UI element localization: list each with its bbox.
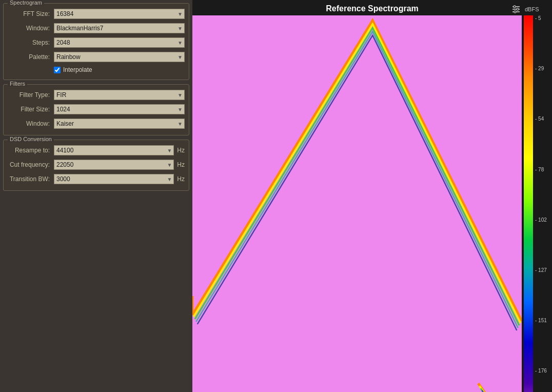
scale-label-176: - 176 [535,368,547,374]
dsd-conversion-title: DSD Conversion [8,136,54,142]
scale-label-54: - 54 [535,116,547,122]
filter-type-row: Filter Type: FIR IIR None ▼ [8,90,185,100]
filter-size-select[interactable]: 1024 256 512 2048 [54,104,185,114]
window-row: Window: BlackmanHarris7 Hann Blackman Ka… [8,23,185,33]
cut-freq-label: Cut frequency: [8,161,54,168]
resample-row: Resampe to: 44100 48000 88200 96000 ▼ Hz [8,145,185,155]
right-panel: Reference Spectrogram 21.5k 18.8k 16.1k … [192,0,552,392]
interpolate-row: Interpolate [54,66,185,73]
chart-canvas[interactable] [192,15,522,392]
scale-label-78: - 78 [535,167,547,172]
filter-size-select-wrapper: 1024 256 512 2048 ▼ [54,104,185,114]
filter-window-row: Window: Kaiser Hann Blackman Rectangular… [8,119,185,129]
filter-type-label: Filter Type: [8,91,54,99]
scale-label-127: - 127 [535,267,547,273]
color-scale: dBFS [524,15,552,392]
filter-type-select-wrapper: FIR IIR None ▼ [54,90,185,100]
steps-row: Steps: 2048 512 1024 4096 ▼ [8,37,185,48]
transition-bw-select[interactable]: 3000 1000 2000 5000 [54,174,174,184]
filter-window-select[interactable]: Kaiser Hann Blackman Rectangular [54,119,185,129]
interpolate-checkbox[interactable] [54,67,61,73]
resample-label: Resampe to: [8,147,54,154]
chart-title: Reference Spectrogram [326,4,419,13]
svg-rect-8 [524,15,533,392]
dsd-conversion-section: DSD Conversion Resampe to: 44100 48000 8… [3,140,189,191]
scale-label-102: - 102 [535,217,547,223]
palette-row: Palette: Rainbow Grayscale Hot Cool ▼ [8,52,185,62]
filter-type-select[interactable]: FIR IIR None [54,90,185,100]
scale-label-5: - 5 [535,15,547,21]
steps-select-wrapper: 2048 512 1024 4096 ▼ [54,37,185,48]
palette-select-wrapper: Rainbow Grayscale Hot Cool ▼ [54,52,185,62]
transition-bw-select-wrapper: 3000 1000 2000 5000 ▼ [54,174,174,184]
cut-freq-select[interactable]: 22050 11025 24000 [54,160,174,170]
spectrogram-svg [192,15,522,392]
window-select[interactable]: BlackmanHarris7 Hann Blackman Kaiser [54,23,185,33]
spectrogram-title: Spectrogram [8,0,44,6]
left-panel: Spectrogram FFT Size: 16384 4096 8192 32… [0,0,192,392]
resample-unit: Hz [177,147,185,154]
palette-select[interactable]: Rainbow Grayscale Hot Cool [54,52,185,62]
filter-size-label: Filter Size: [8,106,54,113]
filter-size-row: Filter Size: 1024 256 512 2048 ▼ [8,104,185,114]
interpolate-label: Interpolate [63,66,92,73]
fft-size-label: FFT Size: [8,10,54,17]
fft-size-row: FFT Size: 16384 4096 8192 32768 ▼ [8,9,185,19]
chart-area: 21.5k 18.8k 16.1k 13.4k 10.7k 8.0k 5.3k … [192,15,552,392]
svg-point-3 [514,6,516,8]
resample-select[interactable]: 44100 48000 88200 96000 [54,145,174,155]
transition-bw-row: Transition BW: 3000 1000 2000 5000 ▼ Hz [8,174,185,184]
spectrogram-section: Spectrogram FFT Size: 16384 4096 8192 32… [3,3,189,80]
cut-freq-select-wrapper: 22050 11025 24000 ▼ [54,160,174,170]
window-select-wrapper: BlackmanHarris7 Hann Blackman Kaiser ▼ [54,23,185,33]
steps-select[interactable]: 2048 512 1024 4096 [54,37,185,48]
filter-window-label: Window: [8,120,54,127]
filter-window-select-wrapper: Kaiser Hann Blackman Rectangular ▼ [54,119,185,129]
fft-size-select[interactable]: 16384 4096 8192 32768 [54,9,185,19]
color-bar-svg [524,15,533,392]
resample-select-wrapper: 44100 48000 88200 96000 ▼ [54,145,174,155]
transition-bw-unit: Hz [177,175,185,183]
fft-size-select-wrapper: 16384 4096 8192 32768 ▼ [54,9,185,19]
filters-section: Filters Filter Type: FIR IIR None ▼ Filt… [3,84,189,135]
cut-freq-row: Cut frequency: 22050 11025 24000 ▼ Hz [8,160,185,170]
svg-point-4 [517,8,519,10]
cut-freq-unit: Hz [177,161,185,168]
filters-title: Filters [8,81,27,87]
palette-label: Palette: [8,53,54,61]
scale-label-29: - 29 [535,66,547,71]
dbfs-label: dBFS [525,6,539,12]
chart-header: Reference Spectrogram [192,0,552,15]
window-label: Window: [8,25,54,32]
svg-point-5 [514,11,516,13]
transition-bw-label: Transition BW: [8,175,54,183]
steps-label: Steps: [8,39,54,46]
scale-labels: - 5 - 29 - 54 - 78 - 102 - 127 - 151 - 1… [535,15,547,392]
settings-icon [511,4,521,14]
scale-label-151: - 151 [535,318,547,323]
